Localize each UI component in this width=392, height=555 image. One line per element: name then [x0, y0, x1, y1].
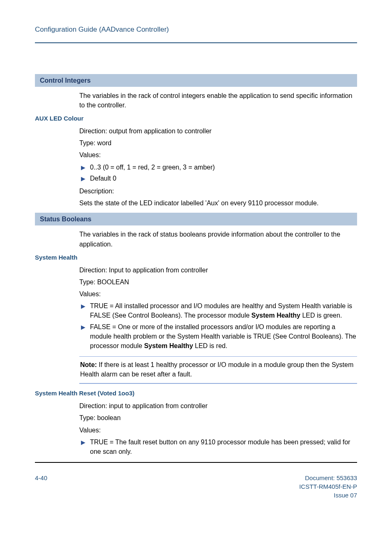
subheading-aux-led-colour: AUX LED Colour: [35, 114, 357, 123]
field-description-label: Description:: [79, 186, 357, 196]
content-block: Direction: input to application from con…: [79, 401, 357, 456]
footer-issue: Issue 07: [299, 491, 357, 499]
bullet-arrow-icon: ▶: [81, 323, 85, 331]
page-footer: 4-40 Document: 553633 ICSTT-RM405f-EN-P …: [0, 463, 392, 499]
bullet-arrow-icon: ▶: [81, 174, 85, 183]
values-list: ▶TRUE = The fault reset button on any 91…: [79, 437, 357, 456]
document-header: Configuration Guide (AADvance Controller…: [35, 25, 357, 35]
field-type: Type: BOOLEAN: [79, 277, 357, 287]
section-banner-status-booleans: Status Booleans: [35, 213, 357, 225]
field-direction: Direction: Input to application from con…: [79, 265, 357, 275]
list-item-text: FALSE = One or more of the installed pro…: [90, 323, 356, 349]
subheading-system-health: System Health: [35, 253, 357, 262]
section-intro: The variables in the rack of control int…: [35, 91, 357, 110]
list-item: ▶0..3 (0 = off, 1 = red, 2 = green, 3 = …: [79, 163, 357, 172]
field-type: Type: word: [79, 138, 357, 148]
list-item: ▶Default 0: [79, 174, 357, 183]
values-list: ▶ TRUE = All installed processor and I/O…: [79, 301, 357, 351]
field-direction: Direction: input to application from con…: [79, 401, 357, 411]
list-item-text: 0..3 (0 = off, 1 = red, 2 = green, 3 = a…: [90, 164, 215, 171]
field-direction: Direction: output from application to co…: [79, 126, 357, 136]
list-item-text: TRUE = All installed processor and I/O m…: [90, 302, 352, 319]
bullet-arrow-icon: ▶: [81, 302, 85, 310]
paragraph: The variables in the rack of status bool…: [79, 230, 357, 248]
header-divider: [35, 42, 357, 43]
footer-doc-info: Document: 553633 ICSTT-RM405f-EN-P Issue…: [299, 474, 357, 499]
footer-code: ICSTT-RM405f-EN-P: [299, 482, 357, 491]
section-title: Status Booleans: [40, 216, 91, 223]
bullet-arrow-icon: ▶: [81, 163, 85, 172]
section-intro: The variables in the rack of status bool…: [35, 230, 357, 248]
note-text: Note: If there is at least 1 healthy pro…: [80, 361, 353, 378]
footer-document: Document: 553633: [299, 474, 357, 482]
list-item: ▶TRUE = The fault reset button on any 91…: [79, 437, 357, 456]
field-description-text: Sets the state of the LED indicator labe…: [79, 198, 357, 208]
bullet-arrow-icon: ▶: [81, 438, 85, 446]
note-callout: Note: If there is at least 1 healthy pro…: [79, 356, 357, 384]
paragraph: The variables in the rack of control int…: [79, 91, 357, 110]
field-values-label: Values:: [79, 425, 357, 435]
section-title: Control Integers: [40, 77, 91, 84]
values-list: ▶0..3 (0 = off, 1 = red, 2 = green, 3 = …: [79, 163, 357, 183]
content-block: Direction: Input to application from con…: [79, 265, 357, 351]
field-values-label: Values:: [79, 289, 357, 299]
list-item-text: Default 0: [90, 175, 116, 182]
subheading-system-health-reset: System Health Reset (Voted 1oo3): [35, 389, 357, 398]
list-item-text: TRUE = The fault reset button on any 911…: [90, 439, 350, 455]
content-block: Direction: output from application to co…: [79, 126, 357, 208]
list-item: ▶ FALSE = One or more of the installed p…: [79, 322, 357, 351]
section-banner-control-integers: Control Integers: [35, 74, 357, 87]
field-type: Type: boolean: [79, 413, 357, 423]
page-number: 4-40: [35, 474, 47, 499]
list-item: ▶ TRUE = All installed processor and I/O…: [79, 301, 357, 320]
field-values-label: Values:: [79, 150, 357, 160]
